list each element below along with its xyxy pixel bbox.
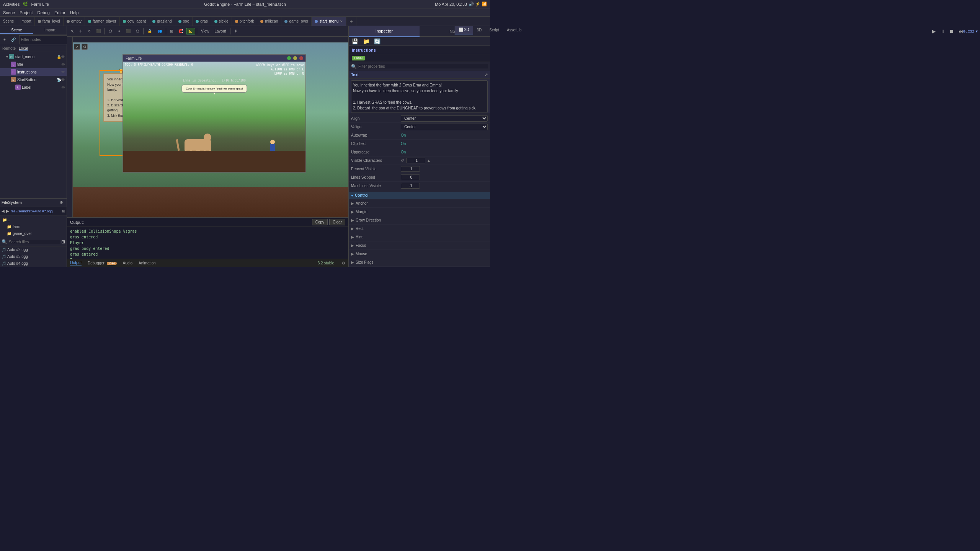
settings-btn[interactable]: ⚙: [82, 44, 88, 50]
inspector-refresh-btn[interactable]: 🔄: [372, 37, 382, 45]
otab-audio[interactable]: Audio: [123, 260, 133, 266]
fs-folder-dotdot[interactable]: 📁..: [1, 216, 66, 223]
eye-icon-start-btn[interactable]: 👁: [61, 78, 65, 82]
win-btn-maximize[interactable]: [287, 56, 291, 60]
tree-item-start-menu[interactable]: ▾ N start_menu 🔒 👁: [0, 53, 67, 60]
viewport[interactable]: ⤢ ⚙ FARM LIFE You inherited the farm wit…: [67, 37, 348, 217]
otab-debugger[interactable]: Debugger 2586: [88, 260, 117, 266]
prop-theme-section[interactable]: ▼ Theme: [349, 267, 490, 267]
grid-snap-btn[interactable]: ⊞: [168, 28, 175, 34]
select-tool-btn[interactable]: ↖: [69, 28, 76, 34]
visible-chars-reset[interactable]: ↺: [401, 158, 404, 163]
deploy-btn[interactable]: ⬇: [232, 28, 240, 34]
fs-file-auto2[interactable]: 🎵Auto #2.ogg: [0, 246, 67, 253]
layout-btn[interactable]: Layout: [212, 28, 229, 34]
prop-grow-direction[interactable]: ▶ Grow Direction: [349, 216, 490, 225]
stab-scene[interactable]: Scene: [0, 26, 33, 34]
fs-file-auto5[interactable]: 🎵Auto #5.ogg: [0, 267, 67, 267]
tab-farmer-player[interactable]: farmer_player: [85, 17, 120, 26]
fs-settings-btn[interactable]: ⚙: [58, 199, 65, 206]
fs-nav-forward[interactable]: ▶: [6, 209, 9, 213]
filter-properties-input[interactable]: [358, 64, 488, 68]
rotate-tool-btn[interactable]: ↺: [85, 28, 93, 34]
valign-dropdown[interactable]: Center: [401, 124, 488, 130]
tree-item-start-button[interactable]: B StartButton 📡 👁: [0, 76, 67, 83]
add-node-btn[interactable]: +: [2, 36, 8, 43]
visible-chars-arrow-up[interactable]: ▲: [427, 158, 431, 163]
uppercase-toggle[interactable]: On: [401, 150, 406, 154]
move-tool-btn[interactable]: ✛: [77, 28, 85, 34]
tool8-btn[interactable]: ⬡: [134, 28, 142, 34]
tab-gras[interactable]: gras: [193, 17, 211, 26]
activities-label[interactable]: Activities: [3, 2, 20, 7]
app-name[interactable]: Farm Life: [31, 2, 49, 7]
prop-margin[interactable]: ▶ Margin: [349, 208, 490, 216]
prop-hint[interactable]: ▶ Hint: [349, 233, 490, 241]
tab-start-menu[interactable]: start_menu ✕: [312, 17, 346, 26]
autowrap-toggle[interactable]: On: [401, 133, 406, 137]
inspector-save-btn[interactable]: 💾: [350, 37, 360, 45]
tab-milkcan[interactable]: milkcan: [257, 17, 281, 26]
tool7-btn[interactable]: ⬛: [124, 28, 133, 34]
remote-tab[interactable]: Remote: [2, 46, 16, 51]
align-dropdown[interactable]: Center: [401, 115, 488, 122]
tab-sickle[interactable]: sickle: [211, 17, 232, 26]
fs-folder-game-over[interactable]: 📁game_over: [1, 230, 66, 237]
text-expand-icon[interactable]: ⤢: [485, 73, 488, 77]
fs-folder-farm[interactable]: 📁farm: [1, 223, 66, 230]
tab-add[interactable]: +: [346, 17, 356, 26]
tab-scene[interactable]: Scene: [0, 17, 17, 26]
fs-file-auto4[interactable]: 🎵Auto #4.ogg: [0, 260, 67, 267]
eye-icon-start-menu[interactable]: 👁: [61, 55, 65, 59]
menu-editor[interactable]: Editor: [54, 10, 65, 15]
tool5-btn[interactable]: ⬡: [106, 28, 114, 34]
lock-btn[interactable]: 🔒: [145, 28, 154, 34]
otab-output[interactable]: Output: [70, 260, 82, 266]
tool6-btn[interactable]: ✦: [115, 28, 123, 34]
menu-project[interactable]: Project: [20, 10, 33, 15]
inspector-folder-btn[interactable]: 📁: [361, 37, 371, 45]
search-files-input[interactable]: [9, 240, 60, 244]
percent-visible-input[interactable]: [401, 166, 420, 172]
tab-pitchfork[interactable]: pitchfork: [232, 17, 258, 26]
stab-import[interactable]: Import: [33, 26, 67, 34]
fs-nav-back[interactable]: ◀: [2, 209, 5, 213]
link-node-btn[interactable]: 🔗: [9, 36, 18, 43]
scale-tool-btn[interactable]: ⬛: [94, 28, 103, 34]
local-tab[interactable]: Local: [19, 46, 28, 51]
tab-empty[interactable]: empty: [64, 17, 85, 26]
group-btn[interactable]: 👥: [155, 28, 164, 34]
fs-view-toggle[interactable]: ⊞: [62, 209, 65, 213]
text-section-header[interactable]: Text ⤢: [349, 71, 490, 79]
view-btn[interactable]: View: [199, 28, 212, 34]
eye-icon-label[interactable]: 👁: [61, 85, 65, 90]
otab-animation[interactable]: Animation: [139, 260, 155, 266]
max-lines-input[interactable]: [401, 183, 420, 189]
smart-snap-btn[interactable]: 🧲: [176, 28, 185, 34]
menu-help[interactable]: Help: [70, 10, 79, 15]
prop-anchor[interactable]: ▶ Anchor: [349, 199, 490, 208]
tree-item-title[interactable]: L title 👁: [0, 60, 67, 68]
clip-text-toggle[interactable]: On: [401, 142, 406, 146]
tab-farm-level[interactable]: farm_level: [35, 17, 64, 26]
win-btn-close[interactable]: [299, 56, 303, 60]
eye-icon-title[interactable]: 👁: [61, 62, 65, 67]
eye-icon-instructions[interactable]: 👁: [61, 70, 65, 74]
visible-chars-input[interactable]: [406, 158, 425, 163]
prop-rect[interactable]: ▶ Rect: [349, 225, 490, 233]
prop-mouse[interactable]: ▶ Mouse: [349, 250, 490, 258]
tab-grasland[interactable]: grasland: [149, 17, 175, 26]
tree-item-instructions[interactable]: L instructions 👁: [0, 68, 67, 76]
tab-poo[interactable]: poo: [175, 17, 193, 26]
prop-size-flags[interactable]: ▶ Size Flags: [349, 258, 490, 267]
copy-output-btn[interactable]: Copy: [312, 219, 328, 225]
tab-game-over[interactable]: game_over: [281, 17, 312, 26]
menu-debug[interactable]: Debug: [37, 10, 49, 15]
win-btn-minimize[interactable]: [293, 56, 297, 60]
filter-nodes-input[interactable]: [19, 35, 72, 44]
expand-btn[interactable]: ⤢: [74, 44, 80, 50]
lines-skipped-input[interactable]: [401, 174, 420, 180]
clear-output-btn[interactable]: Clear: [329, 219, 345, 225]
output-settings-icon[interactable]: ⚙: [342, 261, 345, 265]
fs-file-auto3[interactable]: 🎵Auto #3.ogg: [0, 253, 67, 260]
